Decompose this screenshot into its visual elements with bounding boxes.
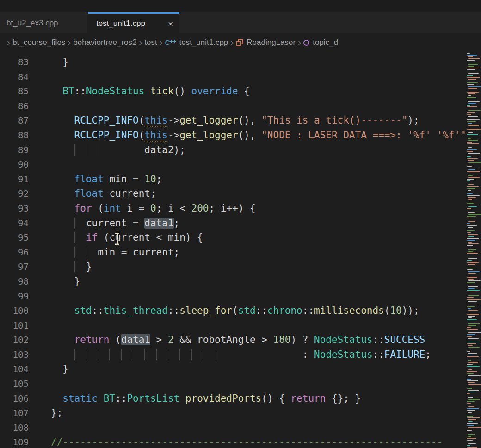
code-line[interactable]: 92 float current; [0, 187, 481, 201]
minimap[interactable] [466, 52, 481, 448]
code-line[interactable]: 94 current = data1; [0, 216, 481, 231]
code-line[interactable]: 83 } [0, 55, 481, 70]
editor[interactable]: 83 }8485 BT::NodeStatus tick() override … [0, 52, 481, 448]
line-number[interactable]: 93 [0, 201, 29, 216]
breadcrumb-item[interactable]: test [144, 38, 157, 47]
minimap-line [467, 166, 472, 167]
minimap-line [467, 356, 479, 357]
code-line[interactable]: 93 for (int i = 0; i < 200; i++) { [0, 201, 481, 216]
code-token: :: [168, 305, 179, 316]
line-number[interactable]: 95 [0, 230, 29, 245]
breadcrumb-item[interactable]: bt_course_files [12, 38, 65, 47]
breadcrumb-item[interactable]: C⁺⁺test_unit1.cpp [165, 38, 228, 47]
minimap-line [468, 279, 474, 280]
code-line[interactable]: 107}; [0, 406, 481, 421]
line-number[interactable]: 108 [0, 421, 29, 436]
minimap-line [467, 334, 475, 335]
code-area[interactable]: 83 }8485 BT::NodeStatus tick() override … [0, 52, 481, 448]
minimap-line [467, 305, 478, 305]
minimap-line [468, 412, 472, 413]
code-token: min = current; [98, 247, 179, 258]
line-number[interactable]: 98 [0, 274, 29, 289]
line-number[interactable]: 83 [0, 55, 29, 70]
code-token: chrono [267, 305, 302, 316]
code-line[interactable]: 96 min = current; [0, 245, 481, 260]
minimap-line [467, 336, 472, 337]
line-number[interactable]: 106 [0, 392, 29, 406]
code-line[interactable]: 86 [0, 99, 481, 114]
tab-test_unit1[interactable]: test_unit1.cpp × [88, 12, 179, 33]
line-number[interactable]: 99 [0, 289, 29, 304]
minimap-line [468, 345, 473, 346]
close-icon[interactable]: × [168, 19, 173, 28]
minimap-line [468, 147, 472, 148]
minimap-line [468, 243, 479, 244]
code-line[interactable]: 103 : NodeStatus::FAILURE; [0, 348, 481, 362]
line-number[interactable]: 89 [0, 143, 29, 158]
indent-guide [74, 232, 86, 243]
line-number[interactable]: 87 [0, 113, 29, 128]
code-line[interactable]: 101 [0, 318, 481, 333]
code-line[interactable]: 104 } [0, 362, 481, 377]
line-number[interactable]: 104 [0, 362, 29, 377]
minimap-line [468, 212, 475, 213]
minimap-line [468, 236, 474, 237]
line-number[interactable]: 85 [0, 84, 29, 99]
code-line[interactable]: 90 [0, 157, 481, 172]
breadcrumb-item[interactable]: topic_d [303, 38, 338, 47]
code-token: 0 [150, 203, 156, 214]
line-number[interactable]: 107 [0, 406, 29, 421]
code-token: tick [150, 86, 174, 97]
code-line[interactable]: 95 if (current < min) { [0, 230, 481, 245]
minimap-line [468, 138, 471, 139]
tab-bt_u2_ex3[interactable]: bt_u2_ex3.cpp [0, 12, 88, 33]
code-line[interactable]: 98 } [0, 274, 481, 289]
code-line[interactable]: 85 BT::NodeStatus tick() override { [0, 84, 481, 99]
line-number[interactable]: 90 [0, 157, 29, 172]
line-number[interactable]: 94 [0, 216, 29, 231]
minimap-line [468, 175, 473, 176]
minimap-line [467, 371, 477, 372]
code-line[interactable]: 97 } [0, 260, 481, 274]
tab-bar: bt_u2_ex3.cpp test_unit1.cpp × [0, 12, 481, 33]
line-number[interactable]: 109 [0, 435, 29, 448]
code-line[interactable]: 99 [0, 289, 481, 304]
minimap-line [467, 342, 480, 342]
code-line[interactable]: 102 return (data1 > 2 && robotAngle > 18… [0, 333, 481, 348]
line-number[interactable]: 101 [0, 318, 29, 333]
line-number[interactable]: 100 [0, 304, 29, 318]
line-number[interactable]: 103 [0, 348, 29, 362]
code-line[interactable]: 105 [0, 377, 481, 392]
line-number[interactable]: 86 [0, 99, 29, 114]
code-token: std [74, 305, 92, 316]
code-line[interactable]: 88 RCLCPP_INFO(this->get_logger(), "NODE… [0, 128, 481, 143]
minimap-line [467, 260, 472, 261]
chevron-right-icon: › [5, 37, 12, 48]
line-number[interactable]: 92 [0, 187, 29, 201]
code-line[interactable]: 100 std::this_thread::sleep_for(std::chr… [0, 304, 481, 318]
breadcrumb-label: bt_course_files [12, 38, 65, 47]
line-number[interactable]: 105 [0, 377, 29, 392]
code-token: :: [373, 349, 384, 360]
code-line[interactable]: 91 float min = 10; [0, 172, 481, 187]
code-line[interactable]: 89 data2); [0, 143, 481, 158]
line-number[interactable]: 102 [0, 333, 29, 348]
minimap-line [467, 106, 477, 107]
breadcrumb-item[interactable]: ReadingLaser [236, 38, 296, 47]
line-number[interactable]: 84 [0, 70, 29, 85]
breadcrumb-item[interactable]: behaviortree_ros2 [73, 38, 136, 47]
code-line[interactable]: 106 static BT::PortsList providedPorts()… [0, 392, 481, 406]
code-line[interactable]: 108 [0, 421, 481, 436]
line-number[interactable]: 91 [0, 172, 29, 187]
code-line[interactable]: 87 RCLCPP_INFO(this->get_logger(), "This… [0, 113, 481, 128]
indent-guide [74, 349, 86, 360]
code-line[interactable]: 84 [0, 70, 481, 85]
line-number[interactable]: 97 [0, 260, 29, 274]
indent-guide [74, 247, 86, 258]
line-number[interactable]: 88 [0, 128, 29, 143]
line-number[interactable]: 96 [0, 245, 29, 260]
minimap-line [468, 249, 476, 250]
code-line[interactable]: 109//-----------------------------------… [0, 435, 481, 448]
minimap-line [468, 160, 474, 161]
code-token: ( [139, 130, 145, 141]
